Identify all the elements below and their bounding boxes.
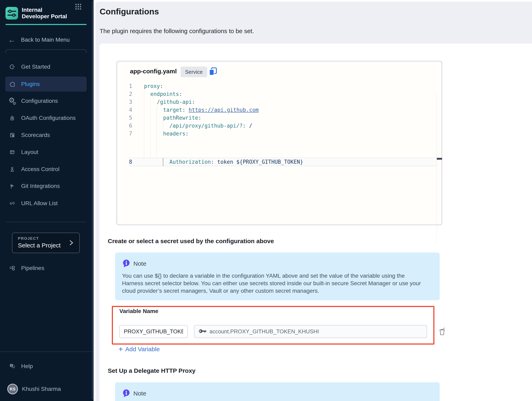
avatar: KS xyxy=(7,384,18,394)
variable-name-input[interactable] xyxy=(119,325,188,338)
app-title: Internal Developer Portal xyxy=(22,7,69,20)
note-body: You can use ${} to declare a variable in… xyxy=(122,272,425,295)
sidebar-item-label: OAuth Configurations xyxy=(21,115,76,121)
person-icon xyxy=(9,166,15,173)
line-number: 8 xyxy=(117,158,132,166)
sidebar-footer-divider xyxy=(0,352,94,352)
sidebar-divider xyxy=(5,222,87,222)
scorecard-icon xyxy=(9,132,15,138)
token-variable: token ${PROXY_GITHUB_TOKEN} xyxy=(217,159,303,165)
yaml-editor-card: app-config.yaml Service 1 pro xyxy=(117,61,442,225)
back-arrow-icon: ← xyxy=(8,36,16,44)
line-number: 4 xyxy=(117,106,132,114)
info-icon xyxy=(122,389,131,397)
line-number: 5 xyxy=(117,114,132,122)
code-line: 1 proxy: xyxy=(117,82,442,90)
project-value: Select a Project xyxy=(18,242,61,249)
code-line: 5 pathRewrite: xyxy=(117,114,442,122)
note-callout-proxy: Note xyxy=(115,382,440,401)
app-switcher-icon[interactable] xyxy=(75,3,82,10)
svg-text:?: ? xyxy=(11,364,12,367)
back-to-main-menu[interactable]: ← Back to Main Menu xyxy=(6,34,87,45)
key-icon xyxy=(198,328,207,335)
code-line: 6 /api/proxy/github-api/?:/ xyxy=(117,122,442,130)
git-branch-icon xyxy=(9,183,15,189)
sidebar-item-access-control[interactable]: Access Control xyxy=(5,162,87,177)
proxy-section-heading: Set Up a Delegate HTTP Proxy xyxy=(108,367,196,374)
line-number: 2 xyxy=(117,90,132,98)
sidebar-item-git-integrations[interactable]: Git Integrations xyxy=(5,179,87,194)
link-icon xyxy=(9,200,15,207)
note-title: Note xyxy=(133,390,146,397)
sidebar-scrollbar[interactable] xyxy=(92,1,93,399)
plus-icon: + xyxy=(119,345,123,353)
sidebar-item-label: Access Control xyxy=(21,166,59,173)
layout-icon xyxy=(9,149,15,155)
get-started-icon xyxy=(9,64,15,70)
sidebar-item-label: Help xyxy=(21,363,33,370)
help-chat-icon: ? xyxy=(9,363,15,370)
sidebar-item-oauth-configurations[interactable]: OAuth Configurations xyxy=(5,111,87,126)
sidebar-item-get-started[interactable]: Get Started xyxy=(5,59,87,74)
sidebar-item-label: Pipelines xyxy=(21,265,44,271)
project-label: PROJECT xyxy=(18,236,39,241)
sidebar-item-pipelines[interactable]: Pipelines xyxy=(5,261,87,276)
menu-section-outline xyxy=(5,49,87,53)
code-line: 7 headers: xyxy=(117,130,442,138)
line-number: 1 xyxy=(117,82,132,90)
configurations-icon: ⚙⚙ xyxy=(9,98,15,104)
back-label: Back to Main Menu xyxy=(21,37,70,43)
sidebar-accent-divider xyxy=(6,24,87,25)
sidebar-item-layout[interactable]: Layout xyxy=(5,145,87,160)
code-line: 2 endpoints: xyxy=(117,90,442,98)
editor-scrollbar-marker[interactable] xyxy=(437,158,442,160)
sidebar-item-plugins[interactable]: Plugins xyxy=(5,77,87,92)
editor-filename: app-config.yaml xyxy=(130,68,177,75)
sidebar-item-label: URL Allow List xyxy=(21,200,57,207)
code-editor[interactable]: 1 proxy: 2 endpoints: 3 /github-api: 4 t… xyxy=(117,82,442,225)
delete-variable-icon[interactable] xyxy=(438,327,447,336)
line-number: 3 xyxy=(117,98,132,106)
sidebar-item-url-allow-list[interactable]: URL Allow List xyxy=(5,196,87,211)
sidebar-item-label: Plugins xyxy=(21,81,40,87)
note-callout: Note You can use ${} to declare a variab… xyxy=(115,253,440,300)
page-subtitle: The plugin requires the following config… xyxy=(100,28,254,35)
line-number: 6 xyxy=(117,122,132,130)
user-name: Khushi Sharma xyxy=(22,386,61,392)
idp-configurations-page: Internal Developer Portal ← Back to Main… xyxy=(0,0,532,401)
user-menu[interactable]: KS Khushi Sharma xyxy=(5,382,87,396)
sidebar-item-help[interactable]: ? Help xyxy=(5,359,87,374)
code-line: 3 /github-api: xyxy=(117,98,442,106)
sidebar-item-configurations[interactable]: ⚙⚙ Configurations xyxy=(5,93,87,108)
service-badge: Service xyxy=(181,67,207,77)
sidebar-item-label: Layout xyxy=(21,149,38,155)
copy-icon[interactable] xyxy=(209,67,217,76)
target-url: https://api.github.com xyxy=(189,107,259,113)
sidebar-item-label: Git Integrations xyxy=(21,183,60,189)
info-icon xyxy=(122,259,131,268)
secret-section-heading: Create or select a secret used by the co… xyxy=(108,238,274,245)
sidebar-item-scorecards[interactable]: Scorecards xyxy=(5,128,87,143)
lock-icon xyxy=(9,115,15,121)
chevron-right-icon xyxy=(69,239,74,247)
line-number: 7 xyxy=(117,130,132,138)
secret-selector[interactable]: account.PROXY_GITHUB_TOKEN_KHUSHI xyxy=(194,325,427,338)
secret-value: account.PROXY_GITHUB_TOKEN_KHUSHI xyxy=(209,328,319,335)
app-logo: Internal Developer Portal xyxy=(6,7,87,20)
idp-logo-icon xyxy=(6,7,18,19)
sidebar: Internal Developer Portal ← Back to Main… xyxy=(0,0,94,401)
note-title: Note xyxy=(133,260,146,267)
plugins-icon xyxy=(9,81,15,87)
sidebar-item-label: Configurations xyxy=(21,98,58,104)
page-title: Configurations xyxy=(100,7,159,16)
code-line: 4 target:https://api.github.com xyxy=(117,106,442,114)
pipelines-icon xyxy=(9,265,15,271)
project-selector[interactable]: PROJECT Select a Project xyxy=(12,233,80,253)
sidebar-item-label: Get Started xyxy=(21,64,50,70)
editor-scrollbar-track xyxy=(437,93,437,243)
sidebar-item-label: Scorecards xyxy=(21,132,50,138)
variable-name-label: Variable Name xyxy=(119,308,158,315)
add-variable-button[interactable]: + Add Variable xyxy=(119,345,160,353)
code-line-current: 8 Authorization:token ${PROXY_GITHUB_TOK… xyxy=(117,158,442,166)
